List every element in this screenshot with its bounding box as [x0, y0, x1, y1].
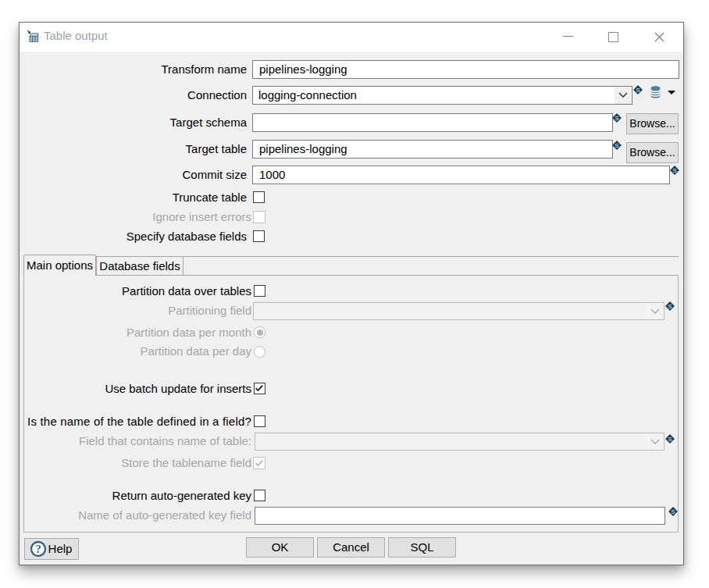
svg-text:S: S [668, 436, 672, 443]
svg-text:S: S [615, 115, 618, 122]
svg-text:S: S [671, 508, 675, 515]
svg-text:S: S [672, 167, 676, 174]
svg-text:S: S [668, 303, 672, 310]
svg-text:S: S [615, 142, 618, 149]
svg-text:S: S [636, 87, 640, 94]
svg-text:?: ? [35, 543, 41, 555]
